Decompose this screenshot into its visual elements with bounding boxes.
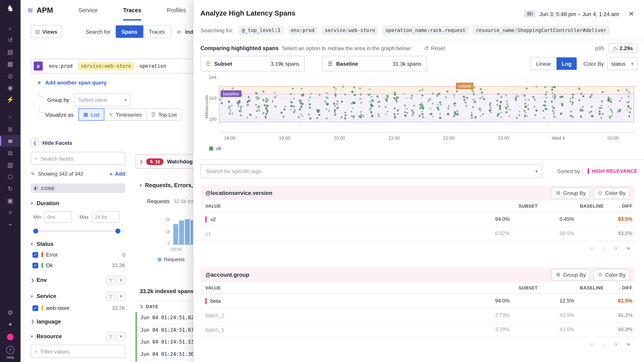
hide-facets-button[interactable]: ❮ Hide Facets: [31, 139, 125, 147]
query-tag-env[interactable]: env:prod: [46, 62, 76, 70]
slider-track[interactable]: [33, 231, 124, 231]
table-row[interactable]: beta94.0%12.5%81.5%: [200, 294, 635, 308]
nav-item-service[interactable]: Service: [78, 0, 98, 20]
time-range-badge[interactable]: 8h: [524, 10, 536, 17]
infrastructure-icon[interactable]: ⁘: [0, 111, 20, 123]
dashboards-icon[interactable]: ▦: [0, 58, 20, 70]
facet-resource-header[interactable]: ▾ Resource ▽ ✕: [31, 332, 125, 341]
integrations-icon[interactable]: ⬡: [0, 171, 20, 183]
reset-button[interactable]: ↺ Reset: [424, 45, 445, 51]
next-page-icon[interactable]: ›: [615, 341, 617, 347]
facet-duration-header[interactable]: ▾ Duration: [31, 200, 125, 206]
search-tag[interactable]: operation_name:rack.request: [382, 26, 469, 35]
facet-env-header[interactable]: ❯ Env ▽ ✕: [31, 276, 125, 284]
group-by-button[interactable]: ⊞Group By: [552, 269, 590, 281]
clear-icon[interactable]: ✕: [117, 292, 125, 300]
close-icon[interactable]: ✕: [628, 10, 634, 18]
scatter-plot-area[interactable]: 1e41e310018:0019:0020:0021:0022:0023:00W…: [219, 75, 635, 132]
filter-icon[interactable]: ▽: [106, 332, 115, 341]
search-tag[interactable]: resource_name:ShoppingCartController#del…: [472, 26, 610, 35]
monitors-icon[interactable]: ◎: [0, 70, 20, 82]
user-avatar[interactable]: [7, 334, 14, 340]
nav-item-profiles[interactable]: Profiles: [167, 0, 186, 20]
slider-handle-max[interactable]: [116, 229, 120, 233]
settings-icon[interactable]: ⚙: [0, 307, 20, 319]
duration-min-input[interactable]: [44, 211, 72, 223]
baseline-card[interactable]: ☰ Baseline 31.3k spans: [322, 56, 427, 71]
first-page-icon[interactable]: «: [590, 341, 593, 347]
history-icon[interactable]: ↺: [0, 34, 20, 46]
facet-service-header[interactable]: ▾ Service ▽ ✕: [31, 292, 125, 300]
views-button[interactable]: ⊟ Views: [31, 25, 62, 38]
clear-icon[interactable]: ✕: [117, 276, 125, 284]
scale-linear[interactable]: Linear: [531, 57, 556, 70]
facet-language-header[interactable]: ❯ language: [31, 319, 125, 325]
filter-icon[interactable]: ▽: [106, 276, 115, 284]
service-map-icon[interactable]: ⧉: [0, 147, 20, 159]
checkbox-checked[interactable]: ✓: [32, 305, 38, 311]
resource-filter-input[interactable]: [40, 348, 122, 355]
add-span-query-button[interactable]: ＋ Add another span query: [36, 79, 107, 87]
color-by-select[interactable]: status ▾: [607, 57, 638, 70]
viz-mode-list[interactable]: ▦ List: [78, 108, 104, 121]
processes-icon[interactable]: ≣: [0, 123, 20, 135]
logs-icon[interactable]: ▥: [0, 159, 20, 171]
next-page-icon[interactable]: ›: [615, 245, 617, 251]
scale-log[interactable]: Log: [556, 57, 577, 70]
relevance-label[interactable]: HIGH RELEVANCE: [592, 168, 638, 174]
profiling-icon[interactable]: ⌁: [0, 218, 20, 230]
prev-page-icon[interactable]: ‹: [603, 341, 605, 347]
help-icon[interactable]: ?: [6, 346, 14, 354]
events-icon[interactable]: ⚡: [0, 93, 20, 105]
search-tag[interactable]: service:web-store: [322, 26, 378, 35]
p95-value-pill[interactable]: ◷ 2.29s: [608, 43, 638, 53]
ci-icon[interactable]: ⌗: [0, 206, 20, 218]
status-row-error[interactable]: ✓ Error 0: [31, 252, 125, 258]
filter-icon[interactable]: ▽: [106, 292, 115, 300]
column-diff[interactable]: ↓ DIFF: [610, 285, 632, 290]
scatter-legend[interactable]: ok: [209, 146, 221, 151]
facet-search-input[interactable]: [40, 155, 122, 162]
color-by-button[interactable]: ⊙Color By: [594, 269, 630, 281]
group-by-button[interactable]: ⊞Group By: [552, 187, 590, 199]
service-row-web-store[interactable]: ✓ web-store 33.2K: [31, 305, 125, 311]
synthetics-icon[interactable]: ↻: [0, 183, 20, 195]
core-group-header[interactable]: ◧ CORE: [31, 184, 125, 193]
search-icon[interactable]: ⌕: [0, 22, 20, 34]
watchdog-icon[interactable]: ◉: [0, 82, 20, 93]
whats-new-icon[interactable]: ✦: [0, 319, 20, 330]
search-tag[interactable]: env:prod: [288, 26, 318, 35]
clear-icon[interactable]: ✕: [117, 332, 125, 341]
apm-icon[interactable]: ≋: [0, 135, 20, 147]
security-icon[interactable]: ▣: [0, 195, 20, 206]
color-by-button[interactable]: ⊙Color By: [594, 187, 630, 199]
last-page-icon[interactable]: »: [627, 341, 630, 347]
last-page-icon[interactable]: »: [627, 245, 630, 251]
facet-status-header[interactable]: ▾ Status: [31, 241, 125, 247]
chevron-down-icon[interactable]: ▾: [535, 168, 538, 174]
status-row-ok[interactable]: ✓ Ok 33.2K: [31, 262, 125, 269]
subset-card[interactable]: ☰ Subset 3.19k spans: [200, 56, 305, 71]
nav-item-traces[interactable]: Traces: [123, 0, 142, 20]
add-facet-button[interactable]: ＋ Add: [108, 170, 125, 178]
table-row[interactable]: v16.02%99.5%93.5%: [200, 227, 635, 241]
datadog-logo[interactable]: ♞: [6, 3, 14, 13]
prev-page-icon[interactable]: ‹: [603, 245, 605, 251]
tag-search-input[interactable]: [205, 168, 535, 175]
column-diff[interactable]: ↓ DIFF: [610, 204, 632, 209]
query-tag-service[interactable]: service:web-store: [78, 62, 134, 70]
subset-band[interactable]: [219, 86, 634, 94]
first-page-icon[interactable]: «: [590, 245, 593, 251]
toggle-spans[interactable]: Spans: [116, 25, 143, 38]
duration-max-input[interactable]: [92, 211, 120, 223]
table-row[interactable]: batch_22.73%43.9%41.2%: [200, 308, 635, 323]
search-tag[interactable]: @_top_level:1: [239, 26, 284, 35]
toggle-traces[interactable]: Traces: [143, 25, 171, 38]
slider-handle-min[interactable]: [33, 229, 38, 233]
checkbox-checked[interactable]: ✓: [32, 263, 38, 268]
checkbox-checked[interactable]: ✓: [32, 252, 38, 257]
table-row[interactable]: v294.0%0.45%93.5%: [200, 212, 635, 227]
metrics-icon[interactable]: ▤: [0, 46, 20, 58]
table-row[interactable]: batch_13.29%43.6%40.3%: [200, 323, 635, 337]
group-by-select[interactable]: Select value ▾: [74, 93, 131, 106]
